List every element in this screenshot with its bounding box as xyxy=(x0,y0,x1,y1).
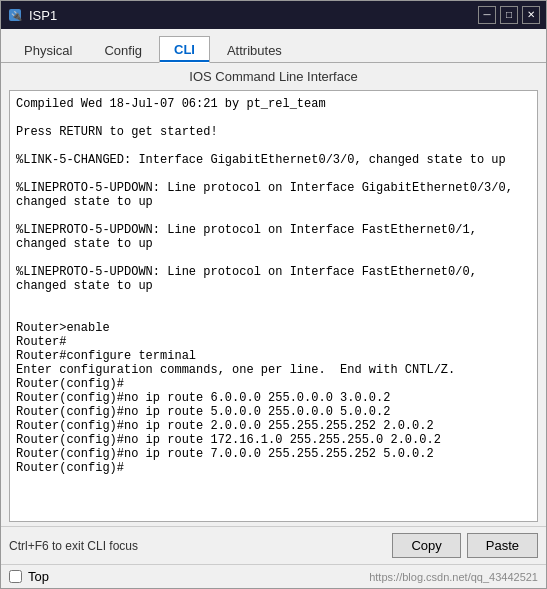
window-title: ISP1 xyxy=(29,8,478,23)
bottom-bar: Ctrl+F6 to exit CLI focus Copy Paste xyxy=(1,526,546,564)
svg-text:🔌: 🔌 xyxy=(11,10,22,22)
tab-bar: Physical Config CLI Attributes xyxy=(1,29,546,63)
top-checkbox[interactable] xyxy=(9,570,22,583)
top-label: Top xyxy=(28,569,49,584)
title-bar: 🔌 ISP1 ─ □ ✕ xyxy=(1,1,546,29)
tab-cli[interactable]: CLI xyxy=(159,36,210,63)
action-buttons: Copy Paste xyxy=(392,533,538,558)
tab-config[interactable]: Config xyxy=(89,37,157,63)
paste-button[interactable]: Paste xyxy=(467,533,538,558)
ios-header: IOS Command Line Interface xyxy=(1,63,546,90)
footer: Top https://blog.csdn.net/qq_43442521 xyxy=(1,564,546,588)
close-button[interactable]: ✕ xyxy=(522,6,540,24)
copy-button[interactable]: Copy xyxy=(392,533,460,558)
window-controls: ─ □ ✕ xyxy=(478,6,540,24)
tab-physical[interactable]: Physical xyxy=(9,37,87,63)
minimize-button[interactable]: ─ xyxy=(478,6,496,24)
maximize-button[interactable]: □ xyxy=(500,6,518,24)
app-icon: 🔌 xyxy=(7,7,23,23)
terminal-output[interactable]: Compiled Wed 18-Jul-07 06:21 by pt_rel_t… xyxy=(9,90,538,522)
top-checkbox-area: Top xyxy=(9,569,49,584)
cli-hint: Ctrl+F6 to exit CLI focus xyxy=(9,539,392,553)
watermark: https://blog.csdn.net/qq_43442521 xyxy=(369,571,538,583)
window: 🔌 ISP1 ─ □ ✕ Physical Config CLI Attribu… xyxy=(0,0,547,589)
tab-attributes[interactable]: Attributes xyxy=(212,37,297,63)
